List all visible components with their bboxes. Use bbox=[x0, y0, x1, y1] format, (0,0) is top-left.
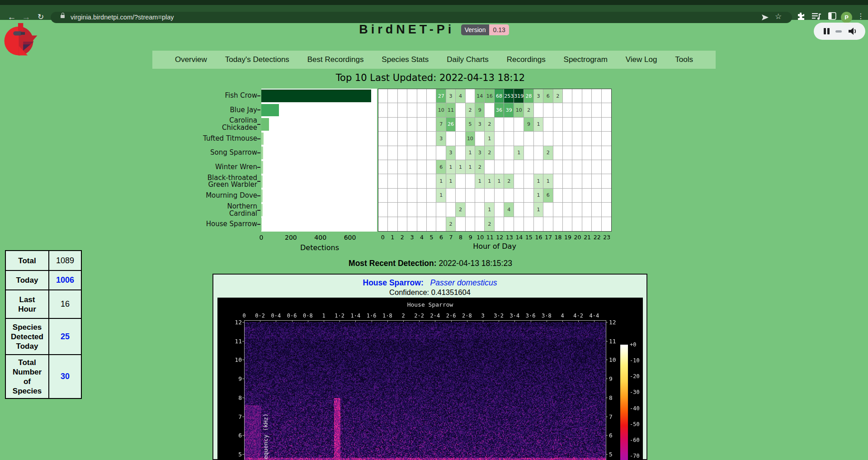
heatmap-cell bbox=[485, 160, 494, 174]
heatmap-cell bbox=[572, 89, 582, 103]
heatmap-cell: 4 bbox=[456, 89, 465, 103]
heatmap-cell: 2 bbox=[553, 89, 563, 103]
heatmap-cell: 1 bbox=[446, 160, 456, 174]
heatmap-cell bbox=[592, 189, 601, 203]
bar-axis-tick: 0 bbox=[259, 234, 264, 241]
spec-freq-tick-left: 12 bbox=[226, 319, 242, 326]
heatmap-cell bbox=[417, 146, 427, 160]
heatmap-cell: 39 bbox=[504, 103, 514, 117]
nav-item-overview[interactable]: Overview bbox=[175, 55, 207, 64]
spec-time-tick: 3 bbox=[481, 313, 484, 319]
heatmap-cell bbox=[407, 217, 417, 231]
hour-axis-tick: 2 bbox=[401, 234, 404, 241]
stats-value-today[interactable]: 1006 bbox=[49, 270, 81, 290]
side-panel-icon[interactable] bbox=[828, 12, 836, 20]
heatmap-cell bbox=[582, 217, 592, 231]
address-bar[interactable]: virginia.birdnetpi.com/?stream=play ☆ bbox=[51, 12, 792, 23]
nav-item-daily-charts[interactable]: Daily Charts bbox=[447, 55, 489, 64]
nav-item-view-log[interactable]: View Log bbox=[626, 55, 657, 64]
heatmap-cell: 1 bbox=[534, 174, 543, 188]
spec-tick-mark bbox=[531, 320, 531, 322]
spec-tick-mark bbox=[244, 320, 245, 322]
spec-time-tick: 4·4 bbox=[590, 313, 599, 319]
bookmark-star-icon[interactable]: ☆ bbox=[775, 12, 782, 21]
heatmap-cell bbox=[582, 118, 592, 132]
lock-icon[interactable] bbox=[61, 15, 65, 18]
spec-time-tick: 2·6 bbox=[446, 313, 456, 319]
media-playlist-icon[interactable] bbox=[812, 12, 821, 20]
spec-freq-tick-right: 5 bbox=[609, 451, 613, 457]
heatmap-cell bbox=[543, 203, 553, 217]
heatmap-cell bbox=[427, 203, 436, 217]
browser-tab-strip bbox=[0, 0, 868, 5]
heatmap-cell bbox=[436, 203, 446, 217]
species-label: Tufted Titmouse bbox=[174, 132, 257, 146]
heatmap-cell: 9 bbox=[475, 103, 485, 117]
heatmap-cell bbox=[534, 160, 543, 174]
heatmap-cell bbox=[378, 160, 388, 174]
nav-item-best-recordings[interactable]: Best Recordings bbox=[307, 55, 364, 64]
chart-species-labels: Fish CrowBlue JayCarolinaChickadeeTufted… bbox=[174, 89, 257, 232]
heatmap-cell: 27 bbox=[436, 89, 446, 103]
heatmap-cell bbox=[456, 189, 465, 203]
heatmap-cell: 3 bbox=[446, 89, 456, 103]
heatmap-cell: 1 bbox=[446, 174, 456, 188]
spec-time-tick: 0·4 bbox=[271, 313, 281, 319]
hour-axis-tick: 3 bbox=[410, 234, 414, 241]
hour-axis-tick: 1 bbox=[391, 234, 394, 241]
nav-item-recordings[interactable]: Recordings bbox=[507, 55, 546, 64]
heatmap-cell bbox=[582, 89, 592, 103]
heatmap-cell: 7 bbox=[436, 118, 446, 132]
url-text[interactable]: virginia.birdnetpi.com/?stream=play bbox=[71, 14, 174, 21]
heatmap-cell bbox=[378, 174, 388, 188]
heatmap-cell: 1 bbox=[475, 174, 485, 188]
profile-avatar[interactable]: P bbox=[841, 12, 852, 23]
kebab-menu-icon[interactable]: ⋮ bbox=[857, 12, 864, 20]
heatmap-cell: 2 bbox=[543, 146, 553, 160]
nav-item-tools[interactable]: Tools bbox=[675, 55, 693, 64]
heatmap-cell bbox=[427, 103, 436, 117]
heatmap-cell bbox=[388, 189, 397, 203]
stats-value-species-today[interactable]: 25 bbox=[49, 318, 81, 355]
spec-time-tick: 0·2 bbox=[255, 313, 265, 319]
spec-tick-mark bbox=[242, 398, 244, 398]
heatmap-cell bbox=[398, 89, 407, 103]
nav-item-spectrogram[interactable]: Spectrogram bbox=[564, 55, 608, 64]
nav-item-todays-detections[interactable]: Today's Detections bbox=[225, 55, 289, 64]
heatmap-cell bbox=[524, 146, 533, 160]
spec-freq-tick-left: 5 bbox=[226, 451, 242, 457]
spec-tick-mark bbox=[606, 360, 608, 360]
extensions-puzzle-icon[interactable] bbox=[797, 12, 805, 20]
heatmap-cell bbox=[378, 203, 388, 217]
detections-bar bbox=[261, 190, 263, 202]
heatmap-cell bbox=[592, 146, 601, 160]
colorbar-tick: -50 bbox=[630, 421, 640, 427]
heatmap-cell bbox=[398, 103, 407, 117]
spec-tick-mark bbox=[562, 320, 563, 322]
detection-scientific-name[interactable]: Passer domesticus bbox=[430, 278, 497, 287]
most-recent-label: Most Recent Detection: bbox=[349, 259, 436, 268]
heatmap-cell bbox=[407, 132, 417, 146]
heatmap-cell: 1 bbox=[543, 174, 553, 188]
heatmap-cell bbox=[407, 174, 417, 188]
spec-tick-mark bbox=[606, 341, 608, 341]
detection-common-name[interactable]: House Sparrow: bbox=[363, 278, 424, 287]
stats-value-total-species[interactable]: 30 bbox=[49, 355, 81, 398]
spec-tick-mark bbox=[606, 417, 608, 417]
heatmap-cell bbox=[436, 217, 446, 231]
heatmap-cell bbox=[572, 174, 582, 188]
heatmap-cell bbox=[475, 132, 485, 146]
heatmap-cell: 1 bbox=[466, 160, 475, 174]
heatmap-cell: 16 bbox=[485, 89, 494, 103]
heatmap-cell bbox=[563, 132, 572, 146]
stats-label-total-species: Total Number of Species bbox=[5, 355, 49, 398]
send-icon[interactable] bbox=[761, 14, 769, 21]
spec-time-tick: 2·8 bbox=[462, 313, 472, 319]
heatmap-cell bbox=[495, 132, 504, 146]
hour-axis-label: Hour of Day bbox=[473, 242, 516, 251]
heatmap-cell bbox=[388, 174, 397, 188]
nav-item-species-stats[interactable]: Species Stats bbox=[382, 55, 429, 64]
y-tick bbox=[257, 167, 260, 168]
heatmap-cell bbox=[398, 174, 407, 188]
heatmap-cell bbox=[466, 203, 475, 217]
